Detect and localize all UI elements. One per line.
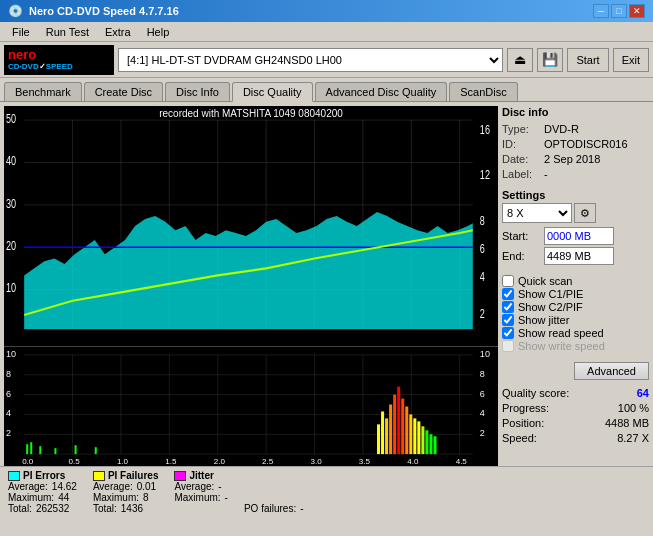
title-bar: 💿 Nero CD-DVD Speed 4.7.7.16 ─ □ ✕ [0,0,653,22]
exit-button[interactable]: Exit [613,48,649,72]
tab-advanced-disc-quality[interactable]: Advanced Disc Quality [315,82,448,101]
show-write-speed-checkbox[interactable] [502,340,514,352]
show-c1pie-label: Show C1/PIE [518,288,583,300]
drive-selector[interactable]: [4:1] HL-DT-ST DVDRAM GH24NSD0 LH00 [118,48,503,72]
svg-text:10: 10 [480,349,490,359]
svg-text:2.0: 2.0 [214,457,226,466]
menu-extra[interactable]: Extra [97,24,139,40]
advanced-button[interactable]: Advanced [574,362,649,380]
pi-failures-color [93,471,105,481]
svg-rect-54 [30,442,32,454]
pi-errors-avg-label: Average: [8,481,48,492]
svg-text:6: 6 [480,241,485,255]
save-button[interactable]: 💾 [537,48,563,72]
menu-run-test[interactable]: Run Test [38,24,97,40]
pi-errors-total-label: Total: [8,503,32,514]
label-value: - [544,168,548,180]
jitter-max-label: Maximum: [174,492,220,503]
svg-text:4.0: 4.0 [407,457,419,466]
pi-errors-max-row: Maximum: 44 [8,492,77,503]
show-c2pif-row: Show C2/PIF [502,301,649,313]
close-button[interactable]: ✕ [629,4,645,18]
advanced-btn-row: Advanced [502,360,649,380]
start-input[interactable] [544,227,614,245]
start-button[interactable]: Start [567,48,608,72]
jitter-avg-value: - [218,481,221,492]
pi-failures-legend: PI Failures Average: 0.01 Maximum: 8 Tot… [93,470,159,514]
chart-area: recorded with MATSHITA 1049 08040200 50 … [4,106,498,466]
app-icon: 💿 [8,4,23,18]
quick-scan-row: Quick scan [502,275,649,287]
svg-text:0.0: 0.0 [22,457,34,466]
svg-text:10: 10 [6,281,16,295]
tab-create-disc[interactable]: Create Disc [84,82,163,101]
svg-rect-64 [397,387,400,454]
right-panel: Disc info Type: DVD-R ID: OPTODISCR016 D… [498,102,653,466]
svg-rect-61 [385,418,388,454]
pi-failures-max-label: Maximum: [93,492,139,503]
svg-rect-62 [389,405,392,455]
end-label: End: [502,250,540,262]
tab-scan-disc[interactable]: ScanDisc [449,82,517,101]
svg-text:1.0: 1.0 [117,457,129,466]
show-write-speed-row: Show write speed [502,340,649,352]
type-value: DVD-R [544,123,579,135]
checkboxes-section: Quick scan Show C1/PIE Show C2/PIF Show … [502,274,649,353]
show-read-speed-row: Show read speed [502,327,649,339]
date-value: 2 Sep 2018 [544,153,600,165]
chart-title: recorded with MATSHITA 1049 08040200 [4,108,498,119]
end-input[interactable] [544,247,614,265]
svg-text:8: 8 [480,369,485,379]
svg-text:2.5: 2.5 [262,457,274,466]
speed-select[interactable]: 8 X [502,203,572,223]
disc-id-row: ID: OPTODISCR016 [502,138,649,150]
pi-failures-title-row: PI Failures [93,470,159,481]
eject-button[interactable]: ⏏ [507,48,533,72]
svg-rect-57 [75,445,77,454]
lower-chart: 10 8 6 4 2 10 8 6 4 2 [4,346,498,466]
svg-rect-68 [413,418,416,454]
svg-text:4.5: 4.5 [456,457,468,466]
id-value: OPTODISCR016 [544,138,628,150]
id-label: ID: [502,138,540,150]
pi-errors-max-value: 44 [58,492,69,503]
tab-disc-quality[interactable]: Disc Quality [232,82,313,102]
position-value: 4488 MB [605,417,649,429]
svg-text:2: 2 [480,306,485,320]
pi-errors-avg-value: 14.62 [52,481,77,492]
tab-benchmark[interactable]: Benchmark [4,82,82,101]
settings-icon[interactable]: ⚙ [574,203,596,223]
show-c1pie-row: Show C1/PIE [502,288,649,300]
svg-text:2: 2 [480,428,485,438]
minimize-button[interactable]: ─ [593,4,609,18]
quality-score-label: Quality score: [502,387,569,399]
speed-label: Speed: [502,432,537,444]
progress-value: 100 % [618,402,649,414]
pi-errors-max-label: Maximum: [8,492,54,503]
show-jitter-checkbox[interactable] [502,314,514,326]
po-failures-row: PO failures: - [244,503,304,514]
pi-failures-total-row: Total: 1436 [93,503,159,514]
svg-text:3.0: 3.0 [310,457,322,466]
svg-text:16: 16 [480,123,490,137]
show-c1pie-checkbox[interactable] [502,288,514,300]
jitter-title-row: Jitter [174,470,227,481]
svg-text:40: 40 [6,154,16,168]
tab-disc-info[interactable]: Disc Info [165,82,230,101]
disc-label-row: Label: - [502,168,649,180]
svg-text:6: 6 [6,389,11,399]
svg-text:30: 30 [6,196,16,210]
po-failures-title: PO failures: [244,503,296,514]
pi-errors-total-value: 262532 [36,503,69,514]
date-label: Date: [502,153,540,165]
maximize-button[interactable]: □ [611,4,627,18]
show-c2pif-checkbox[interactable] [502,301,514,313]
quick-scan-label: Quick scan [518,275,572,287]
quick-scan-checkbox[interactable] [502,275,514,287]
end-field-row: End: [502,247,649,265]
show-read-speed-checkbox[interactable] [502,327,514,339]
pi-errors-color [8,471,20,481]
menu-help[interactable]: Help [139,24,178,40]
svg-rect-73 [433,436,436,454]
menu-file[interactable]: File [4,24,38,40]
